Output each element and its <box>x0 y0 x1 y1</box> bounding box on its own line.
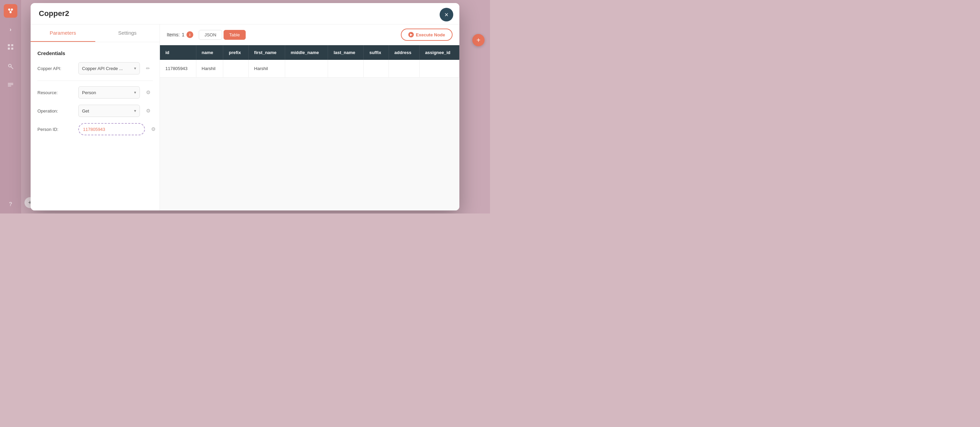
panel-tabs: Parameters Settings <box>30 24 159 42</box>
items-count-container: Items: 1 i <box>167 31 193 38</box>
divider <box>37 81 153 81</box>
table-header-prefix: prefix <box>223 45 248 60</box>
copper-api-row: Copper API: Copper API Crede ... ▾ ✏ <box>37 62 153 75</box>
operation-chevron-icon: ▾ <box>134 108 136 113</box>
table-row: 117805943HarshilHarshil <box>160 60 460 78</box>
table-header-middle_name: middle_name <box>285 45 328 60</box>
table-cell-assignee_id <box>420 60 460 78</box>
modal-overlay: Copper2 × Parameters Settings Credential… <box>0 0 490 214</box>
operation-label: Operation: <box>37 108 75 114</box>
right-header: Items: 1 i JSON Table ▶ Execute Node <box>160 24 460 45</box>
table-cell-first_name: Harshil <box>248 60 285 78</box>
view-toggle: JSON Table <box>199 30 246 40</box>
table-header-name: name <box>196 45 223 60</box>
operation-select[interactable]: Get ▾ <box>78 105 140 117</box>
table-cell-address <box>389 60 420 78</box>
modal: Copper2 × Parameters Settings Credential… <box>30 3 460 210</box>
person-id-input[interactable] <box>78 123 145 135</box>
operation-value: Get <box>82 108 89 114</box>
resource-label: Resource: <box>37 90 75 95</box>
info-icon: i <box>186 31 193 38</box>
copper-api-label: Copper API: <box>37 66 75 71</box>
table-cell-middle_name <box>285 60 328 78</box>
operation-gear-icon[interactable]: ⚙ <box>143 106 153 116</box>
parameters-content: Credentials Copper API: Copper API Crede… <box>30 42 159 210</box>
table-cell-id: 117805943 <box>160 60 196 78</box>
table-header-first_name: first_name <box>248 45 285 60</box>
table-body: 117805943HarshilHarshil <box>160 60 460 78</box>
chevron-down-icon: ▾ <box>134 66 136 71</box>
modal-header: Copper2 × <box>30 3 460 24</box>
table-cell-name: Harshil <box>196 60 223 78</box>
right-panel: Items: 1 i JSON Table ▶ Execute Node <box>160 24 460 210</box>
table-cell-last_name <box>328 60 364 78</box>
table-view-button[interactable]: Table <box>224 30 246 40</box>
table-header-assignee_id: assignee_id <box>420 45 460 60</box>
person-id-gear-icon[interactable]: ⚙ <box>148 124 158 134</box>
items-label: Items: <box>167 32 180 37</box>
tab-parameters[interactable]: Parameters <box>30 24 95 42</box>
items-number: 1 <box>182 32 185 37</box>
json-view-button[interactable]: JSON <box>199 30 222 40</box>
table-cell-suffix <box>364 60 389 78</box>
edit-icon[interactable]: ✏ <box>143 63 153 73</box>
modal-close-button[interactable]: × <box>440 8 453 21</box>
resource-select[interactable]: Person ▾ <box>78 86 140 98</box>
person-id-row: Person ID: ⚙ <box>37 123 153 135</box>
person-id-label: Person ID: <box>37 127 75 132</box>
resource-row: Resource: Person ▾ ⚙ <box>37 86 153 98</box>
modal-title: Copper2 <box>39 9 69 18</box>
credentials-section-title: Credentials <box>37 50 153 56</box>
left-panel: Parameters Settings Credentials Copper A… <box>30 24 160 210</box>
table-header-suffix: suffix <box>364 45 389 60</box>
modal-body: Parameters Settings Credentials Copper A… <box>30 24 460 210</box>
table-header-id: id <box>160 45 196 60</box>
table-container: idnameprefixfirst_namemiddle_namelast_na… <box>160 45 460 210</box>
execute-node-button[interactable]: ▶ Execute Node <box>401 29 453 41</box>
table-cell-prefix <box>223 60 248 78</box>
operation-row: Operation: Get ▾ ⚙ <box>37 105 153 117</box>
resource-value: Person <box>82 90 96 95</box>
tab-settings[interactable]: Settings <box>95 24 160 42</box>
table-header-address: address <box>389 45 420 60</box>
execute-label: Execute Node <box>416 32 445 37</box>
play-icon: ▶ <box>408 32 414 37</box>
copper-api-select[interactable]: Copper API Crede ... ▾ <box>78 62 140 75</box>
table-header-last_name: last_name <box>328 45 364 60</box>
table-header-row: idnameprefixfirst_namemiddle_namelast_na… <box>160 45 460 60</box>
data-table: idnameprefixfirst_namemiddle_namelast_na… <box>160 45 460 78</box>
resource-gear-icon[interactable]: ⚙ <box>143 88 153 97</box>
resource-chevron-icon: ▾ <box>134 90 136 95</box>
copper-api-value: Copper API Crede ... <box>82 66 123 71</box>
